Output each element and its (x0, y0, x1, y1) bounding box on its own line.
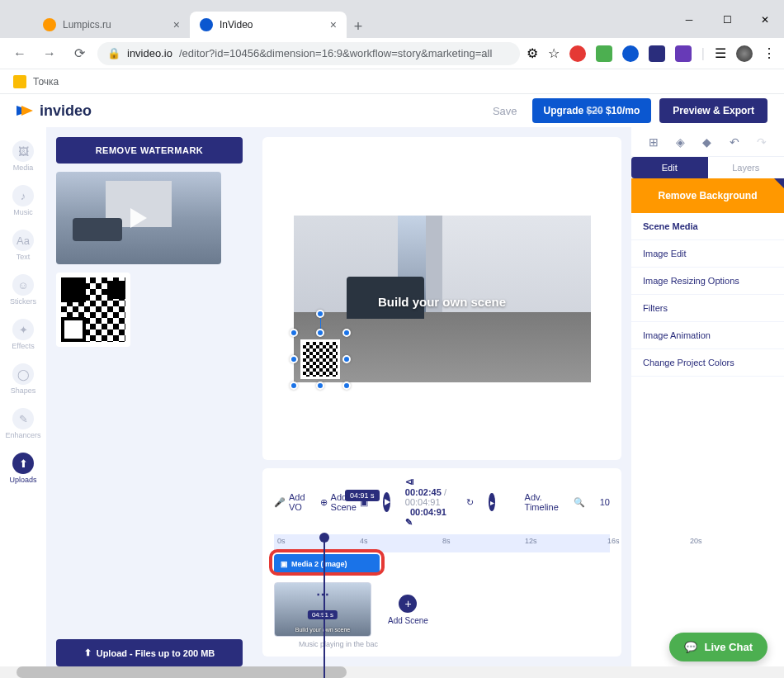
upload-icon: ⬆ (84, 647, 92, 658)
layers-front-icon[interactable]: ◆ (702, 135, 711, 149)
side-nav: 🖼Media ♪Music AaText ☺Stickers ✦Effects … (0, 127, 46, 666)
remove-watermark-button[interactable]: REMOVE WATERMARK (56, 137, 243, 164)
horizontal-scrollbar[interactable] (0, 666, 784, 678)
close-icon[interactable]: × (330, 18, 337, 31)
logo[interactable]: invideo (17, 102, 92, 120)
resize-handle[interactable] (290, 382, 298, 390)
separator: | (701, 46, 705, 61)
sidebar-item-stickers[interactable]: ☺Stickers (3, 269, 43, 311)
extension-icon[interactable] (569, 45, 586, 62)
music-track-hint: Music playing in the bac (299, 640, 610, 648)
layers-back-icon[interactable]: ◈ (676, 135, 685, 149)
sidebar-item-music[interactable]: ♪Music (3, 180, 43, 221)
back-button[interactable]: ← (8, 42, 31, 65)
add-scene-button[interactable]: + Add Scene (388, 595, 428, 625)
canvas[interactable]: Build your own scene (262, 137, 621, 460)
timeline: 🎤Add VO ⊕Add Scene▣ ⧏ 00:02:45 / 00:04:9… (262, 468, 621, 657)
scene-text[interactable]: Build your own scene (294, 295, 591, 309)
sidebar-item-media[interactable]: 🖼Media (3, 135, 43, 177)
preview-export-button[interactable]: Preview & Export (659, 98, 767, 123)
browser-tab-lumpics[interactable]: Lumpics.ru × (33, 12, 190, 38)
reading-list-icon[interactable]: ☰ (715, 45, 726, 61)
tab-title: Lumpics.ru (63, 19, 111, 31)
logo-icon (17, 102, 35, 120)
enhancers-icon: ✎ (12, 408, 34, 429)
extension-icon[interactable] (622, 45, 639, 62)
window-minimize[interactable]: ─ (670, 7, 708, 33)
qr-code-icon (303, 342, 338, 377)
stage[interactable]: Build your own scene (294, 216, 591, 382)
uploads-panel: REMOVE WATERMARK ⬆ Upload - Files up to … (46, 127, 253, 666)
upload-button[interactable]: ⬆ Upload - Files up to 200 MB (56, 639, 243, 666)
tab-layers[interactable]: Layers (708, 157, 785, 178)
folder-icon (13, 75, 26, 88)
sidebar-item-uploads[interactable]: ⬆Uploads (3, 448, 43, 489)
resize-handle[interactable] (342, 355, 351, 363)
scene-thumbnail[interactable]: 04:91 s Build your own scene (274, 582, 371, 637)
extension-icon[interactable] (649, 45, 665, 62)
browser-tab-invideo[interactable]: InVideo × (190, 12, 347, 38)
resize-handle[interactable] (342, 329, 351, 337)
profile-avatar[interactable] (736, 45, 753, 62)
adv-timeline-button[interactable]: Adv. Timeline (525, 492, 559, 512)
sidebar-item-text[interactable]: AaText (3, 225, 43, 266)
window-maximize[interactable]: ☐ (708, 7, 746, 33)
forward-button[interactable]: → (38, 42, 61, 65)
rotate-handle[interactable] (316, 310, 324, 318)
selected-qr-element[interactable] (294, 333, 347, 386)
translate-icon[interactable]: ⚙ (527, 45, 538, 61)
next-scene-button[interactable]: ▸ (489, 493, 494, 511)
remove-background-button[interactable]: Remove Background (631, 178, 784, 213)
resize-handle[interactable] (290, 329, 298, 337)
upload-thumbnail-qr[interactable] (56, 273, 130, 347)
timeline-ruler[interactable]: 0s 4s 8s 12s 16s 20s (274, 534, 610, 552)
favicon-icon (200, 18, 213, 31)
sidebar-item-shapes[interactable]: ◯Shapes (3, 358, 43, 400)
history-icon[interactable]: ↻ (466, 497, 474, 508)
tab-edit[interactable]: Edit (631, 157, 708, 178)
grid-icon[interactable]: ⊞ (649, 135, 659, 149)
close-icon[interactable]: × (173, 18, 180, 31)
zoom-icon[interactable]: 🔍 (574, 497, 585, 508)
save-label[interactable]: Save (493, 105, 517, 117)
edit-icon[interactable]: ✎ (405, 517, 413, 527)
qr-code-icon (61, 277, 125, 342)
resize-handle[interactable] (316, 382, 324, 390)
prev-frame-icon[interactable]: ⧏ (405, 476, 414, 486)
menu-icon[interactable]: ⋮ (763, 45, 776, 61)
timeline-clip[interactable]: ▣ Media 2 (Image) (274, 554, 380, 574)
panel-section-resizing[interactable]: Image Resizing Options (631, 268, 784, 295)
url-input[interactable]: 🔒 invideo.io/editor?id=10456&dimension=1… (97, 42, 520, 65)
upload-thumbnail-video[interactable] (56, 172, 221, 264)
playhead[interactable] (324, 534, 325, 678)
text-icon: Aa (12, 230, 34, 251)
resize-handle[interactable] (316, 329, 324, 337)
ruler-tick: 8s (442, 537, 451, 545)
play-button[interactable] (383, 492, 390, 512)
star-icon[interactable]: ☆ (548, 45, 560, 61)
bookmark-item[interactable]: Точка (33, 76, 59, 88)
panel-section-colors[interactable]: Change Project Colors (631, 349, 784, 377)
window-close[interactable]: ✕ (746, 7, 784, 33)
scrollbar-thumb[interactable] (17, 666, 347, 678)
extension-icon[interactable] (596, 45, 612, 62)
resize-handle[interactable] (290, 355, 298, 363)
live-chat-button[interactable]: 💬 Live Chat (669, 633, 767, 661)
reload-button[interactable]: ⟳ (68, 42, 91, 65)
sidebar-item-enhancers[interactable]: ✎Enhancers (3, 403, 43, 444)
redo-icon[interactable]: ↷ (757, 135, 767, 149)
panel-section-scene-media[interactable]: Scene Media (631, 213, 784, 240)
scene-duration: 04:91 s (308, 610, 338, 619)
mic-icon: 🎤 (274, 497, 286, 508)
zoom-value: 10 (600, 497, 610, 507)
add-vo-button[interactable]: 🎤Add VO (274, 492, 305, 512)
panel-section-animation[interactable]: Image Animation (631, 322, 784, 349)
resize-handle[interactable] (342, 382, 351, 390)
new-tab-button[interactable]: + (347, 15, 370, 38)
panel-section-filters[interactable]: Filters (631, 295, 784, 322)
sidebar-item-effects[interactable]: ✦Effects (3, 314, 43, 355)
undo-icon[interactable]: ↶ (730, 135, 739, 149)
extension-icon[interactable] (675, 45, 692, 62)
upgrade-button[interactable]: Upgrade $20 $10/mo (532, 98, 652, 123)
panel-section-image-edit[interactable]: Image Edit (631, 240, 784, 268)
